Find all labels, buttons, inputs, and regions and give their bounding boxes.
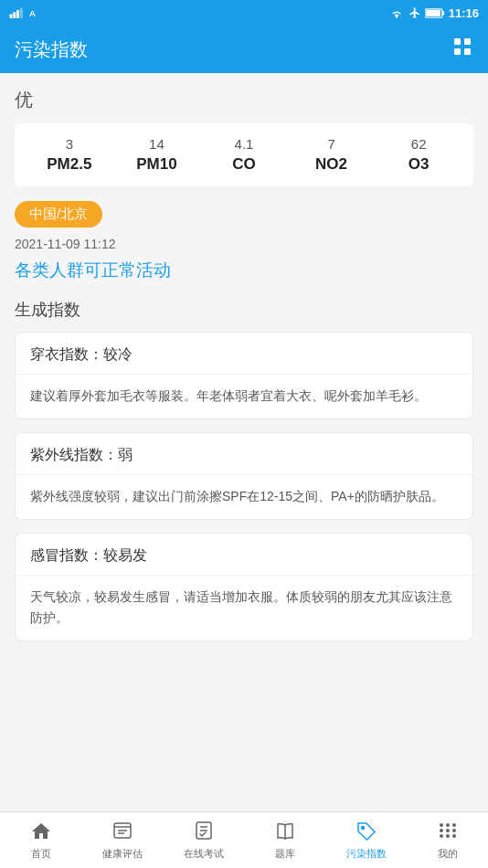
app-header: 污染指数 [0, 26, 488, 73]
svg-rect-0 [10, 15, 13, 19]
index-card-uv-title: 紫外线指数：弱 [16, 433, 472, 475]
pollutant-co-name: CO [232, 155, 256, 174]
index-card-cold-title: 感冒指数：较易发 [16, 534, 472, 576]
index-card-uv: 紫外线指数：弱 紫外线强度较弱，建议出门前涂擦SPF在12-15之间、PA+的防… [15, 432, 473, 520]
nav-home[interactable]: 首页 [0, 812, 81, 868]
nav-home-label: 首页 [31, 847, 51, 861]
status-bar-left: A [9, 7, 42, 18]
svg-point-23 [446, 823, 450, 827]
svg-rect-12 [464, 48, 471, 55]
svg-point-26 [446, 829, 450, 832]
a-icon: A [27, 7, 42, 18]
svg-rect-1 [13, 12, 16, 18]
index-card-uv-body: 紫外线强度较弱，建议出门前涂擦SPF在12-15之间、PA+的防晒护肤品。 [16, 475, 472, 519]
pollutant-pm25-value: 3 [66, 136, 73, 152]
quality-level: 优 [15, 88, 473, 112]
index-card-clothing: 穿衣指数：较冷 建议着厚外套加毛衣等服装。年老体弱者宜着大衣、呢外套加羊毛衫。 [15, 332, 473, 419]
svg-point-5 [396, 16, 398, 17]
svg-rect-7 [442, 11, 444, 16]
health-icon [111, 820, 133, 844]
pollutant-o3-name: O3 [408, 155, 430, 174]
pollutant-co: 4.1 CO [200, 136, 288, 174]
activity-text: 各类人群可正常活动 [15, 259, 473, 282]
pollutant-no2-value: 7 [327, 136, 334, 152]
svg-text:A: A [29, 8, 36, 18]
pollutant-row: 3 PM2.5 14 PM10 4.1 CO 7 NO2 62 O3 [15, 123, 473, 186]
svg-point-29 [446, 834, 450, 838]
home-icon [30, 820, 52, 844]
svg-point-28 [440, 834, 443, 838]
exam-icon [193, 820, 215, 844]
pollutant-pm10-value: 14 [149, 136, 164, 152]
svg-point-25 [440, 829, 443, 832]
pollutant-co-value: 4.1 [235, 136, 254, 152]
book-icon [274, 820, 296, 844]
pollutant-pm10-name: PM10 [136, 155, 176, 174]
index-card-clothing-body: 建议着厚外套加毛衣等服装。年老体弱者宜着大衣、呢外套加羊毛衫。 [16, 375, 472, 418]
pollutant-pm25: 3 PM2.5 [26, 136, 113, 174]
grid-view-icon [451, 36, 473, 58]
nav-health-label: 健康评估 [102, 847, 143, 861]
battery-icon [425, 7, 445, 19]
index-card-cold-body: 天气较凉，较易发生感冒，请适当增加衣服。体质较弱的朋友尤其应该注意防护。 [16, 576, 472, 641]
svg-point-30 [452, 834, 456, 838]
nav-library-label: 题库 [275, 847, 295, 861]
grid-icon[interactable] [451, 36, 473, 63]
nav-profile-label: 我的 [438, 847, 458, 861]
svg-rect-8 [426, 9, 440, 16]
nav-health[interactable]: 健康评估 [81, 812, 163, 868]
svg-point-27 [452, 829, 456, 832]
section-title: 生成指数 [15, 299, 473, 321]
main-content: 优 3 PM2.5 14 PM10 4.1 CO 7 NO2 62 O3 中国/… [0, 73, 488, 727]
pollutant-pm10: 14 PM10 [113, 136, 201, 174]
svg-rect-2 [16, 10, 19, 18]
nav-profile[interactable]: 我的 [407, 812, 488, 868]
svg-rect-9 [454, 38, 461, 45]
nav-library[interactable]: 题库 [244, 812, 325, 868]
timestamp: 2021-11-09 11:12 [15, 237, 473, 251]
apps-icon [437, 820, 459, 844]
svg-rect-10 [464, 38, 471, 45]
svg-point-21 [361, 826, 364, 829]
nav-pollution-label: 污染指数 [346, 847, 387, 861]
header-title: 污染指数 [15, 37, 88, 62]
svg-rect-3 [20, 8, 23, 18]
svg-point-22 [440, 823, 443, 827]
nav-exam-label: 在线考试 [184, 847, 224, 861]
status-bar-right: 11:16 [388, 6, 479, 20]
svg-point-24 [452, 823, 456, 827]
pollutant-no2: 7 NO2 [288, 136, 376, 174]
pollutant-o3-value: 62 [411, 136, 427, 152]
pollutant-no2-name: NO2 [315, 155, 347, 174]
wifi-icon [388, 6, 405, 19]
pollutant-pm25-name: PM2.5 [47, 155, 91, 174]
index-card-cold: 感冒指数：较易发 天气较凉，较易发生感冒，请适当增加衣服。体质较弱的朋友尤其应该… [15, 533, 473, 642]
pollutant-o3: 62 O3 [375, 136, 462, 174]
signal-icon [9, 7, 24, 18]
airplane-icon [408, 6, 421, 19]
nav-pollution[interactable]: 污染指数 [325, 812, 407, 868]
status-bar: A 11:16 [0, 0, 488, 26]
clock-time: 11:16 [449, 6, 479, 20]
bottom-nav: 首页 健康评估 在线考试 [0, 811, 488, 868]
location-badge[interactable]: 中国/北京 [15, 201, 102, 228]
index-card-clothing-title: 穿衣指数：较冷 [16, 333, 472, 375]
tag-icon [355, 820, 377, 844]
svg-rect-11 [454, 48, 461, 55]
nav-exam[interactable]: 在线考试 [163, 812, 244, 868]
